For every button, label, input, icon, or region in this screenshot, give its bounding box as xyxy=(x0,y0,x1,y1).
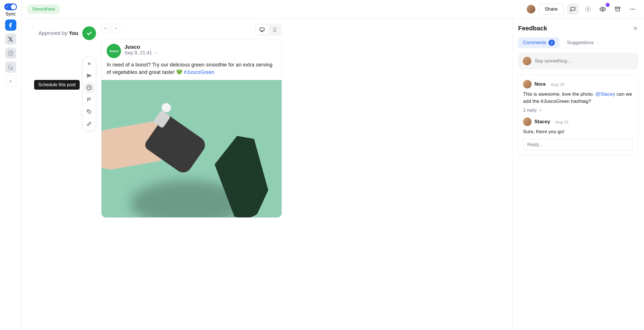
topbar: Smoothies Share xyxy=(22,0,644,18)
sync-toggle-group: ✓ Sync xyxy=(4,3,17,17)
post-datetime-text: Sep 9, 21:41 xyxy=(124,50,152,56)
svg-point-10 xyxy=(88,111,89,111)
svg-rect-5 xyxy=(615,7,620,8)
commenter-avatar xyxy=(523,117,532,126)
close-action-icon[interactable] xyxy=(84,58,95,69)
comment-input-wrap[interactable] xyxy=(518,53,638,69)
facebook-icon[interactable] xyxy=(5,19,16,31)
close-panel-icon[interactable] xyxy=(633,25,638,31)
tag-action-icon[interactable] xyxy=(84,106,95,117)
reply-input-wrap[interactable] xyxy=(523,139,633,150)
svg-point-1 xyxy=(9,52,11,54)
post-card: Jusco Jusco Sep 9, 21:41 In xyxy=(101,39,282,218)
comment-text: Sure, there you go! xyxy=(523,128,633,135)
post-author-name: Jusco xyxy=(124,44,158,50)
edit-action-icon[interactable] xyxy=(84,118,95,129)
approved-check-icon[interactable] xyxy=(82,26,96,40)
commenter-name: Nora xyxy=(534,81,546,87)
approval-prefix: Approved by xyxy=(38,30,69,36)
svg-point-2 xyxy=(12,52,12,52)
comment-thread: Nora · Aug 28 This is awesome, love the … xyxy=(518,75,638,155)
approval-text: Approved by You xyxy=(38,30,78,36)
sync-toggle[interactable]: ✓ xyxy=(4,3,17,10)
next-post-icon[interactable] xyxy=(112,24,120,33)
comment-input[interactable] xyxy=(535,58,634,64)
share-button[interactable]: Share xyxy=(539,4,564,15)
approval-by: You xyxy=(69,30,78,36)
commenter-avatar xyxy=(523,80,532,89)
comment-date: · Aug 28 xyxy=(549,82,564,87)
desktop-view-icon[interactable] xyxy=(256,25,268,35)
current-user-avatar xyxy=(523,57,531,65)
schedule-action-icon[interactable] xyxy=(84,82,95,93)
instagram-icon[interactable] xyxy=(5,48,16,59)
comment-date: · Aug 31 xyxy=(553,119,569,124)
history-icon[interactable] xyxy=(582,3,594,15)
chevron-down-icon xyxy=(154,51,158,55)
svg-point-8 xyxy=(634,9,635,10)
prev-post-icon[interactable] xyxy=(101,24,110,33)
comment-text: This is awesome, love the photo. @Stacey… xyxy=(523,91,633,105)
reply-input[interactable] xyxy=(527,142,629,147)
tab-comments-label: Comments xyxy=(523,40,546,46)
post-author-avatar: Jusco xyxy=(107,44,121,58)
tab-comments[interactable]: Comments 2 xyxy=(518,37,559,48)
reply-count: 1 reply xyxy=(523,108,537,113)
feedback-title: Feedback xyxy=(518,25,547,32)
archive-icon[interactable] xyxy=(612,3,623,15)
campaign-tag[interactable]: Smoothies xyxy=(28,5,59,13)
comments-panel-icon[interactable] xyxy=(567,3,579,15)
sync-label: Sync xyxy=(5,11,16,17)
mention[interactable]: @Stacey xyxy=(595,91,615,97)
svg-rect-11 xyxy=(260,28,264,31)
sparkle-badge-icon xyxy=(606,3,610,7)
left-sidebar: ✓ Sync xyxy=(0,0,22,330)
post-body: In need of a boost? Try our delicious gr… xyxy=(102,61,282,80)
add-channel-button[interactable] xyxy=(5,76,16,87)
device-toggle xyxy=(255,24,282,36)
check-icon: ✓ xyxy=(6,5,9,9)
x-twitter-icon[interactable] xyxy=(5,34,16,45)
post-actions-toolbar: Schedule this post xyxy=(82,56,96,131)
preview-icon[interactable] xyxy=(597,3,608,15)
more-icon[interactable] xyxy=(627,3,638,15)
chevron-up-icon xyxy=(538,108,542,112)
flag-action-icon[interactable] xyxy=(84,94,95,105)
svg-point-4 xyxy=(602,8,604,10)
comments-count-badge: 2 xyxy=(549,40,555,46)
post-datetime[interactable]: Sep 9, 21:41 xyxy=(124,50,158,56)
post-avatar-label: Jusco xyxy=(109,49,118,53)
canvas: Approved by You Schedule this post xyxy=(22,18,512,330)
post-image xyxy=(102,80,282,217)
post-hashtag[interactable]: #JuscoGreen xyxy=(184,69,214,75)
toggle-knob xyxy=(11,4,16,9)
user-avatar[interactable] xyxy=(527,5,535,13)
send-action-icon[interactable] xyxy=(84,70,95,81)
tab-suggestions[interactable]: Suggestions xyxy=(562,37,598,48)
schedule-tooltip: Schedule this post xyxy=(34,80,80,90)
threads-icon[interactable] xyxy=(5,62,16,73)
reply-block: Stacey · Aug 31 Sure, there you go! xyxy=(523,117,633,150)
reply-toggle[interactable]: 1 reply xyxy=(523,108,633,113)
commenter-name: Stacey xyxy=(534,119,550,125)
feedback-panel: Feedback Comments 2 Suggestions xyxy=(512,18,644,330)
svg-point-6 xyxy=(630,9,631,10)
svg-point-7 xyxy=(632,9,633,10)
mobile-view-icon[interactable] xyxy=(268,25,281,35)
